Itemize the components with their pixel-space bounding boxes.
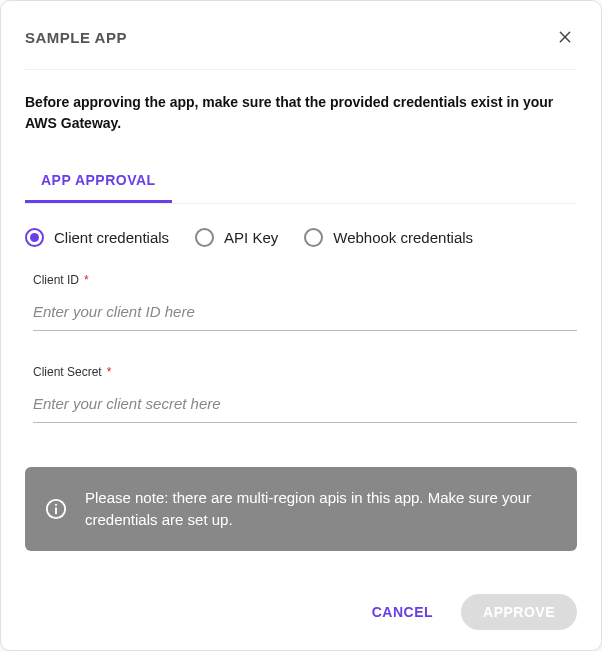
radio-icon — [195, 228, 214, 247]
label-text: Client Secret — [33, 365, 102, 379]
approve-button[interactable]: APPROVE — [461, 594, 577, 630]
label-text: Client ID — [33, 273, 79, 287]
close-icon — [557, 29, 573, 45]
client-secret-input[interactable] — [33, 385, 577, 423]
radio-icon — [304, 228, 323, 247]
cancel-button[interactable]: CANCEL — [358, 594, 447, 630]
radio-label: API Key — [224, 229, 278, 246]
radio-icon — [25, 228, 44, 247]
multi-region-alert: Please note: there are multi-region apis… — [25, 467, 577, 551]
dialog-footer: CANCEL APPROVE — [25, 574, 577, 630]
radio-api-key[interactable]: API Key — [195, 228, 278, 247]
svg-point-4 — [55, 504, 57, 506]
tabs: APP APPROVAL — [25, 162, 577, 204]
radio-label: Webhook credentials — [333, 229, 473, 246]
radio-client-credentials[interactable]: Client credentials — [25, 228, 169, 247]
alert-text: Please note: there are multi-region apis… — [85, 487, 557, 531]
client-secret-label: Client Secret * — [33, 365, 577, 379]
required-asterisk: * — [107, 365, 112, 379]
tab-app-approval[interactable]: APP APPROVAL — [25, 162, 172, 203]
client-secret-field: Client Secret * — [25, 365, 577, 423]
approve-app-dialog: SAMPLE APP Before approving the app, mak… — [0, 0, 602, 651]
client-id-input[interactable] — [33, 293, 577, 331]
client-id-label: Client ID * — [33, 273, 577, 287]
client-id-field: Client ID * — [25, 273, 577, 331]
notice-text: Before approving the app, make sure that… — [25, 92, 577, 134]
dialog-title: SAMPLE APP — [25, 29, 127, 46]
info-icon — [45, 498, 67, 520]
dialog-header: SAMPLE APP — [25, 25, 577, 70]
radio-label: Client credentials — [54, 229, 169, 246]
close-button[interactable] — [553, 25, 577, 49]
credential-type-radio-group: Client credentials API Key Webhook crede… — [25, 228, 577, 247]
required-asterisk: * — [84, 273, 89, 287]
radio-webhook-credentials[interactable]: Webhook credentials — [304, 228, 473, 247]
